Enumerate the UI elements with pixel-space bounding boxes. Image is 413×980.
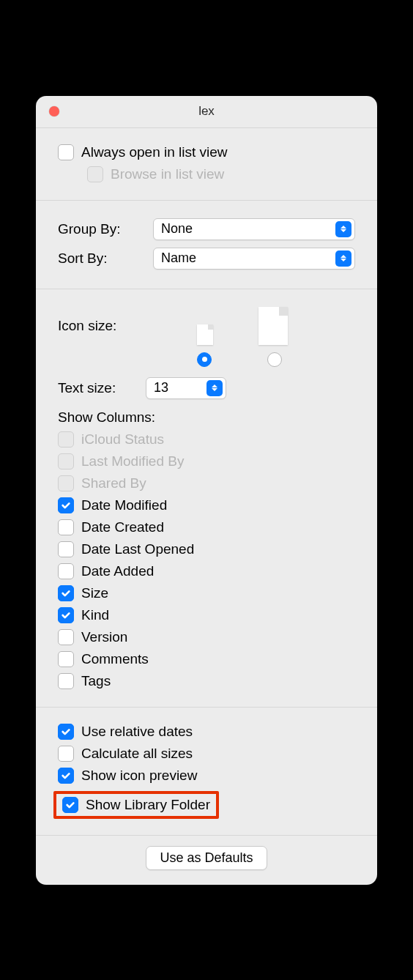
use-as-defaults-button[interactable]: Use as Defaults — [146, 846, 267, 870]
label-col-tags: Tags — [81, 673, 111, 689]
checkbox-col-date-created[interactable] — [58, 519, 74, 535]
chevron-updown-icon — [335, 250, 351, 267]
show-columns-header: Show Columns: — [58, 409, 355, 426]
columns-list: iCloud StatusLast Modified ByShared ByDa… — [58, 431, 355, 689]
label-always-open: Always open in list view — [81, 144, 228, 160]
label-col-kind: Kind — [81, 607, 109, 623]
window-title: lex — [198, 104, 215, 119]
section-bottom-options: Use relative datesCalculate all sizesSho… — [36, 708, 377, 836]
close-icon[interactable] — [49, 106, 59, 116]
checkbox-always-open[interactable] — [58, 144, 74, 160]
checkbox-col-shared-by — [58, 475, 74, 491]
checkbox-col-date-last-opened[interactable] — [58, 541, 74, 557]
select-sort-by[interactable]: Name — [153, 248, 355, 270]
checkbox-use-relative-dates[interactable] — [58, 724, 74, 740]
select-text-size-value: 13 — [154, 380, 168, 396]
label-use-relative-dates: Use relative dates — [81, 724, 193, 740]
label-col-date-created: Date Created — [81, 519, 164, 535]
radio-icon-large[interactable] — [267, 352, 282, 367]
label-col-shared-by: Shared By — [81, 475, 146, 491]
defaults-row: Use as Defaults — [36, 836, 377, 885]
radio-icon-small[interactable] — [197, 352, 212, 367]
checkbox-col-size[interactable] — [58, 585, 74, 601]
label-show-library-folder: Show Library Folder — [86, 797, 210, 813]
section-icon-text: Icon size: Text size: 13 Show Columns: i… — [36, 289, 377, 708]
checkbox-col-icloud-status — [58, 431, 74, 448]
checkbox-show-icon-preview[interactable] — [58, 768, 74, 784]
label-group-by: Group By: — [58, 221, 153, 237]
label-sort-by: Sort By: — [58, 250, 153, 267]
label-col-date-last-opened: Date Last Opened — [81, 541, 194, 557]
label-browse: Browse in list view — [111, 166, 224, 182]
chevron-updown-icon — [206, 380, 223, 396]
highlight-box: Show Library Folder — [53, 791, 219, 819]
select-sort-by-value: Name — [161, 250, 196, 266]
checkbox-col-kind[interactable] — [58, 607, 74, 623]
checkbox-col-last-modified-by — [58, 453, 74, 469]
label-col-version: Version — [81, 629, 127, 645]
titlebar: lex — [36, 96, 377, 128]
section-view-mode: Always open in list view Browse in list … — [36, 128, 377, 201]
label-col-last-modified-by: Last Modified By — [81, 453, 184, 469]
view-options-window: lex Always open in list view Browse in l… — [36, 96, 377, 885]
select-text-size[interactable]: 13 — [146, 377, 226, 399]
select-group-by[interactable]: None — [153, 218, 355, 240]
checkbox-show-library-folder[interactable] — [62, 797, 78, 813]
checkbox-col-tags[interactable] — [58, 673, 74, 689]
label-show-icon-preview: Show icon preview — [81, 768, 197, 784]
chevron-updown-icon — [335, 221, 351, 237]
checkbox-col-comments[interactable] — [58, 651, 74, 667]
bottom-options-list: Use relative datesCalculate all sizesSho… — [58, 724, 355, 820]
checkbox-col-date-modified[interactable] — [58, 497, 74, 513]
label-col-comments: Comments — [81, 651, 149, 667]
label-col-date-added: Date Added — [81, 563, 154, 579]
label-col-date-modified: Date Modified — [81, 497, 167, 513]
label-col-size: Size — [81, 585, 108, 601]
document-icon — [197, 324, 213, 345]
label-col-icloud-status: iCloud Status — [81, 431, 164, 448]
select-group-by-value: None — [161, 221, 193, 237]
checkbox-col-date-added[interactable] — [58, 563, 74, 579]
section-grouping: Group By: None Sort By: Name — [36, 201, 377, 289]
checkbox-col-version[interactable] — [58, 629, 74, 645]
checkbox-browse — [87, 166, 103, 182]
checkbox-calculate-all-sizes[interactable] — [58, 746, 74, 762]
label-calculate-all-sizes: Calculate all sizes — [81, 746, 193, 762]
document-icon — [258, 307, 288, 345]
label-icon-size: Icon size: — [58, 318, 197, 334]
label-text-size: Text size: — [58, 380, 146, 396]
